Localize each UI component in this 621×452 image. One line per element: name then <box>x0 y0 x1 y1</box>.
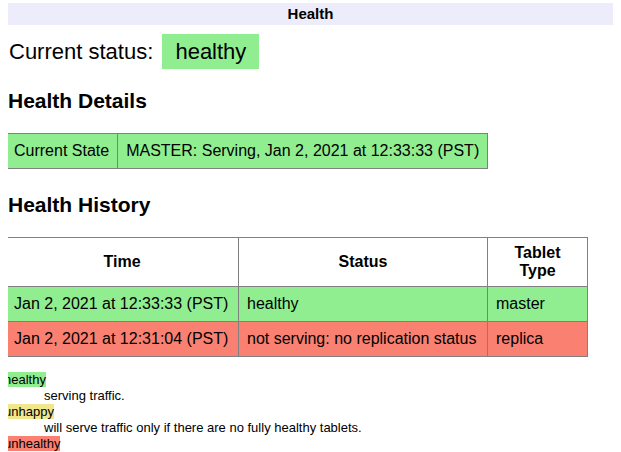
status-legend: healthy serving traffic. unhappy will se… <box>8 372 613 452</box>
health-details-heading: Health Details <box>8 89 613 113</box>
legend-term-unhappy: unhappy <box>8 404 54 419</box>
history-header-row: Time Status Tablet Type <box>8 238 588 287</box>
legend-term-unhealthy: unhealthy <box>8 436 60 451</box>
current-status-badge: healthy <box>162 34 259 69</box>
health-history-table: Time Status Tablet Type Jan 2, 2021 at 1… <box>8 237 588 357</box>
page-title: Health <box>288 5 334 22</box>
health-details-table: Current State MASTER: Serving, Jan 2, 20… <box>8 133 488 169</box>
legend-term-healthy: healthy <box>8 372 46 387</box>
legend-term: unhappy <box>8 404 613 420</box>
history-status-cell: not serving: no replication status <box>239 322 488 357</box>
current-state-label-cell: Current State <box>8 134 118 169</box>
legend-term: healthy <box>8 372 613 388</box>
health-history-heading: Health History <box>8 193 613 217</box>
history-tablet-type-cell: master <box>488 287 588 322</box>
history-time-cell: Jan 2, 2021 at 12:33:33 (PST) <box>8 287 239 322</box>
history-row: Jan 2, 2021 at 12:33:33 (PST) healthy ma… <box>8 287 588 322</box>
legend-definition: serving traffic. <box>44 388 613 404</box>
history-status-cell: healthy <box>239 287 488 322</box>
current-status-line: Current status: healthy <box>9 39 613 65</box>
page-header: Health <box>8 3 613 25</box>
column-header-status: Status <box>239 238 488 287</box>
column-header-tablet-type: Tablet Type <box>488 238 588 287</box>
column-header-time: Time <box>8 238 239 287</box>
legend-definition: will serve traffic only if there are no … <box>44 420 613 436</box>
current-state-row: Current State MASTER: Serving, Jan 2, 20… <box>8 134 488 169</box>
current-status-label: Current status: <box>9 39 153 64</box>
legend-term: unhealthy <box>8 436 613 452</box>
history-time-cell: Jan 2, 2021 at 12:31:04 (PST) <box>8 322 239 357</box>
current-state-value-cell: MASTER: Serving, Jan 2, 2021 at 12:33:33… <box>118 134 488 169</box>
history-tablet-type-cell: replica <box>488 322 588 357</box>
history-row: Jan 2, 2021 at 12:31:04 (PST) not servin… <box>8 322 588 357</box>
